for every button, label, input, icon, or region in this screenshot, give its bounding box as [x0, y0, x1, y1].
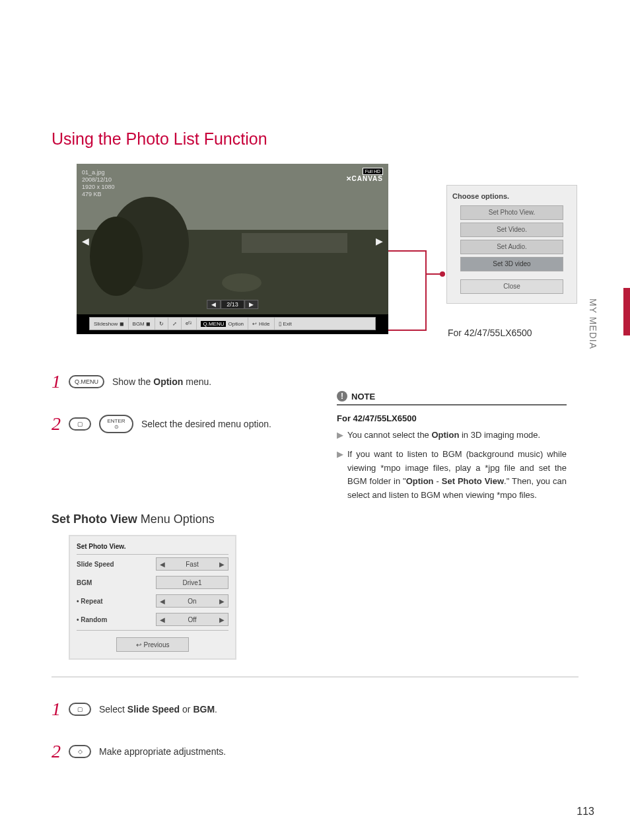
callout-line: [425, 250, 427, 331]
accent-bar: [623, 288, 630, 335]
fullhd-badge: Full HD: [363, 168, 383, 175]
toolbar-zoom[interactable]: ⤢: [168, 318, 182, 330]
counter-prev-button[interactable]: ◀: [207, 300, 221, 309]
option-set-photo-view[interactable]: Set Photo View.: [460, 205, 564, 220]
dpad-icon: ▢: [69, 417, 91, 431]
note-title: NOTE: [351, 392, 375, 402]
toolbar-slideshow[interactable]: Slideshow ◼: [90, 318, 129, 330]
back-icon: ↩: [136, 641, 141, 648]
back-icon: ↩: [252, 321, 257, 327]
exit-icon: ▯: [279, 321, 281, 327]
toolbar-bgm[interactable]: BGM ◼: [129, 318, 155, 330]
bgm-control[interactable]: ◀Drive1▶: [156, 576, 228, 589]
toolbar-exit[interactable]: ▯Exit: [275, 318, 296, 330]
logo: Full HD ✕CANVAS: [346, 168, 383, 182]
zoom-icon: ⤢: [172, 321, 177, 327]
file-res: 1920 x 1080: [82, 184, 115, 191]
bgm-label: BGM: [77, 579, 92, 586]
option-set-video[interactable]: Set Video.: [460, 223, 564, 237]
step-2: 2 ▢ ENTER ⊙ Select the desired menu opti…: [52, 413, 271, 435]
chevron-right-icon: ▶: [337, 448, 343, 503]
enter-button-icon: ENTER ⊙: [99, 415, 133, 433]
page-title: Using the Photo List Function: [52, 129, 267, 149]
slide-speed-label: Slide Speed: [77, 561, 114, 568]
dpad-icon: ◇: [69, 745, 91, 758]
note-header: ! NOTE: [337, 391, 567, 405]
photo-image: [77, 164, 388, 314]
toolbar-rotate[interactable]: ↻: [155, 318, 168, 330]
left-arrow-icon[interactable]: ◀: [157, 616, 168, 623]
set-photo-view-panel: Set Photo View. Slide Speed ◀Fast▶ BGM ◀…: [69, 535, 236, 660]
repeat-row: Repeat ◀On▶: [77, 592, 228, 610]
random-control[interactable]: ◀Off▶: [156, 613, 228, 626]
canvas-logo: ✕CANVAS: [346, 175, 383, 182]
energy-icon: e⦰: [186, 320, 192, 327]
nav-left-icon[interactable]: ◀: [82, 236, 89, 246]
svg-rect-4: [242, 233, 347, 253]
subsection-title: Set Photo View Menu Options: [52, 512, 215, 526]
separator: [52, 676, 578, 678]
repeat-label: Repeat: [77, 598, 103, 605]
step-number: 2: [52, 413, 61, 435]
left-arrow-icon[interactable]: ◀: [157, 598, 168, 605]
note-item: ▶ If you want to listen to BGM (backgrou…: [337, 448, 567, 503]
step-number: 1: [52, 371, 61, 392]
toolbar-hide[interactable]: ↩Hide: [248, 318, 274, 330]
callout-line: [388, 250, 427, 252]
right-arrow-icon[interactable]: ▶: [216, 561, 228, 568]
svg-point-3: [90, 217, 143, 296]
step-number: 1: [52, 699, 61, 720]
counter-label: 2/13: [221, 300, 244, 309]
chevron-right-icon: ▶: [337, 429, 343, 442]
step-b-2: 2 ◇ Make appropriate adjustments.: [52, 741, 226, 762]
option-set-audio[interactable]: Set Audio.: [460, 240, 564, 254]
counter-next-button[interactable]: ▶: [244, 300, 258, 309]
section-tab: MY MEDIA: [588, 298, 598, 349]
right-arrow-icon[interactable]: ▶: [216, 598, 228, 605]
step-1: 1 Q.MENU Show the Option menu.: [52, 371, 211, 392]
file-name: 01_a.jpg: [82, 169, 115, 176]
step-text: Show the Option menu.: [112, 376, 211, 387]
note-box: ! NOTE For 42/47/55LX6500 ▶ You cannot s…: [337, 391, 567, 503]
note-item: ▶ You cannot select the Option in 3D ima…: [337, 429, 567, 442]
slide-speed-row: Slide Speed ◀Fast▶: [77, 555, 228, 573]
settings-title: Set Photo View.: [77, 540, 228, 555]
toolbar-energy[interactable]: e⦰: [182, 318, 197, 330]
option-close[interactable]: Close: [460, 279, 564, 294]
step-text: Select Slide Speed or BGM.: [99, 704, 217, 715]
nav-right-icon[interactable]: ▶: [376, 236, 383, 246]
settings-separator: [77, 630, 228, 631]
options-panel: Choose options. Set Photo View. Set Vide…: [446, 185, 577, 304]
bgm-row: BGM ◀Drive1▶: [77, 573, 228, 592]
file-size: 479 KB: [82, 191, 115, 198]
photo-toolbar: Slideshow ◼ BGM ◼ ↻ ⤢ e⦰ Q.MENUOption ↩H…: [89, 317, 376, 330]
slide-speed-control[interactable]: ◀Fast▶: [156, 557, 228, 571]
right-arrow-icon[interactable]: ▶: [216, 616, 228, 623]
file-date: 2008/12/10: [82, 176, 115, 184]
note-subtitle: For 42/47/55LX6500: [337, 413, 567, 423]
counter-bar: ◀ 2/13 ▶: [207, 300, 258, 309]
for-model-label: For 42/47/55LX6500: [448, 328, 532, 338]
svg-point-5: [222, 273, 262, 292]
toolbar-option[interactable]: Q.MENUOption: [197, 318, 248, 330]
photo-viewer-screenshot: 01_a.jpg 2008/12/10 1920 x 1080 479 KB F…: [77, 164, 388, 334]
step-number: 2: [52, 741, 61, 762]
previous-button[interactable]: ↩Previous: [116, 637, 189, 652]
left-arrow-icon[interactable]: ◀: [157, 561, 168, 568]
step-b-1: 1 ▢ Select Slide Speed or BGM.: [52, 699, 217, 720]
dpad-icon: ▢: [69, 703, 91, 716]
rotate-icon: ↻: [159, 321, 164, 327]
step-text: Select the desired menu option.: [141, 419, 271, 429]
callout-dot: [440, 271, 445, 277]
option-set-3d-video[interactable]: Set 3D video: [460, 257, 564, 271]
random-label: Random: [77, 616, 107, 623]
qmenu-button-icon: Q.MENU: [69, 375, 104, 388]
repeat-control[interactable]: ◀On▶: [156, 594, 228, 608]
file-info: 01_a.jpg 2008/12/10 1920 x 1080 479 KB: [82, 169, 115, 198]
callout-line: [388, 330, 427, 331]
alert-icon: !: [337, 391, 347, 402]
page-number: 113: [577, 806, 594, 818]
options-title: Choose options.: [452, 190, 571, 205]
step-text: Make appropriate adjustments.: [99, 746, 226, 757]
random-row: Random ◀Off▶: [77, 610, 228, 629]
